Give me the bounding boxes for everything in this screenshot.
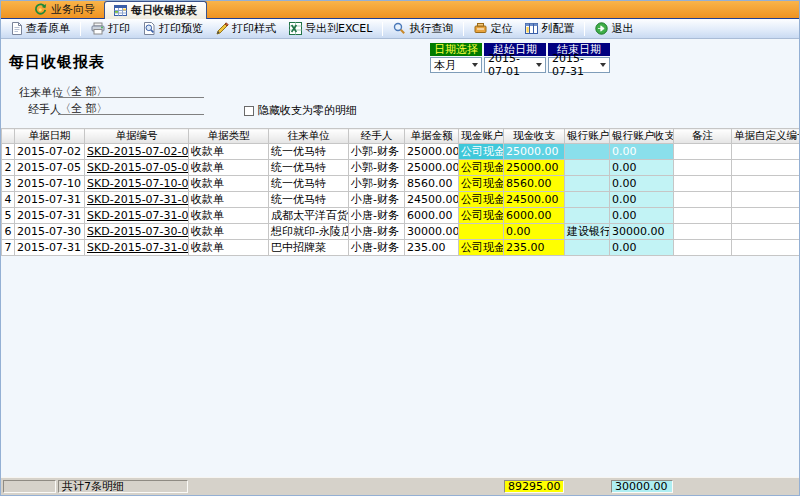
row-index: 1 (2, 144, 15, 160)
column-header[interactable]: 现金账户 (459, 129, 504, 144)
cell-bank-account (565, 176, 610, 192)
cell-amount: 30000.00 (405, 224, 459, 240)
hide-zero-checkbox-label: 隐藏收支为零的明细 (258, 103, 357, 118)
toolbar-button-label: 查看原单 (26, 21, 70, 36)
cell-doc-type: 收款单 (189, 144, 269, 160)
table-header-row: 单据日期单据编号单据类型往来单位经手人单据金额现金账户现金收支银行账户银行账户收… (2, 129, 800, 144)
cell-custom-no (732, 160, 800, 176)
date-mode-select[interactable]: 本月 (430, 57, 482, 73)
locate-button[interactable]: 定位 (468, 20, 518, 37)
cell-doc-type: 收款单 (189, 160, 269, 176)
cell-doc-no: SKD-2015-07-30-0002 (85, 224, 189, 240)
exit-button[interactable]: 退出 (589, 20, 639, 37)
column-header[interactable]: 经手人 (349, 129, 405, 144)
page-title: 每日收银报表 (9, 53, 105, 72)
date-filter-panel: 日期选择 本月 起始日期 2015-07-01 结束日期 2015-07-31 (430, 43, 610, 73)
tab-daily-cash-report[interactable]: 每日收银报表 (104, 1, 207, 19)
doc-no-link[interactable]: SKD-2015-07-31-0003 (87, 209, 189, 222)
content-area: 每日收银报表 日期选择 本月 起始日期 2015-07-01 结束日期 (1, 39, 799, 477)
toolbar-button-label: 执行查询 (409, 21, 453, 36)
corner-cell (2, 129, 15, 144)
cell-handler: 小唐-财务 (349, 208, 405, 224)
column-header[interactable]: 单据日期 (15, 129, 85, 144)
table-row[interactable]: 22015-07-05SKD-2015-07-05-0001收款单统一优马特小郭… (2, 160, 800, 176)
doc-no-link[interactable]: SKD-2015-07-31-0001 (87, 193, 189, 206)
wizard-icon (34, 3, 47, 16)
view-original-button[interactable]: 查看原单 (5, 20, 76, 37)
handler-filter-input[interactable]: 〈全 部〉 (58, 101, 204, 115)
column-config-icon (525, 22, 538, 35)
export-excel-icon (289, 22, 302, 35)
cell-custom-no (732, 208, 800, 224)
table-row[interactable]: 12015-07-02SKD-2015-07-02-0001收款单统一优马特小郭… (2, 144, 800, 160)
toolbar-separator (463, 22, 464, 36)
column-header[interactable]: 银行账户 (565, 129, 610, 144)
doc-no-link[interactable]: SKD-2015-07-30-0002 (87, 225, 189, 238)
cell-cash-account: 公司现金 (459, 192, 504, 208)
table-row[interactable]: 42015-07-31SKD-2015-07-31-0001收款单统一优马特小唐… (2, 192, 800, 208)
cell-doc-date: 2015-07-31 (15, 240, 85, 256)
cell-bank-amount: 0.00 (610, 192, 674, 208)
toolbar-button-label: 打印 (108, 21, 130, 36)
column-header[interactable]: 备注 (674, 129, 732, 144)
table-row[interactable]: 72015-07-31SKD-2015-07-31-0002收款单巴中招牌菜小唐… (2, 240, 800, 256)
cell-bank-amount: 0.00 (610, 160, 674, 176)
table-row[interactable]: 52015-07-31SKD-2015-07-31-0003收款单成都太平洋百货… (2, 208, 800, 224)
cell-cash-amount: 0.00 (504, 224, 565, 240)
column-header[interactable]: 银行账户收支 (610, 129, 674, 144)
hide-zero-checkbox[interactable] (244, 106, 254, 116)
print-preview-icon (143, 22, 156, 35)
column-header[interactable]: 单据金额 (405, 129, 459, 144)
doc-no-link[interactable]: SKD-2015-07-05-0001 (87, 161, 189, 174)
cell-bank-amount: 0.00 (610, 240, 674, 256)
doc-no-link[interactable]: SKD-2015-07-31-0002 (87, 241, 189, 254)
column-config-button[interactable]: 列配置 (519, 20, 580, 37)
row-index: 3 (2, 176, 15, 192)
print-style-button[interactable]: 打印样式 (210, 20, 282, 37)
export-excel-button[interactable]: 导出到EXCEL (283, 20, 378, 37)
cell-partner: 统一优马特 (269, 144, 349, 160)
cell-handler: 小郭-财务 (349, 144, 405, 160)
cell-custom-no (732, 224, 800, 240)
execute-query-button[interactable]: 执行查询 (387, 20, 459, 37)
table-row[interactable]: 62015-07-30SKD-2015-07-30-0002收款单想印就印-永陵… (2, 224, 800, 240)
bank-total: 30000.00 (611, 480, 673, 493)
print-preview-button[interactable]: 打印预览 (137, 20, 209, 37)
end-date-select[interactable]: 2015-07-31 (548, 57, 610, 73)
start-date-select[interactable]: 2015-07-01 (484, 57, 546, 73)
toolbar-button-label: 打印样式 (232, 21, 276, 36)
cell-partner: 成都太平洋百货 (269, 208, 349, 224)
cell-custom-no (732, 240, 800, 256)
print-button[interactable]: 打印 (85, 20, 136, 37)
column-header[interactable]: 往来单位 (269, 129, 349, 144)
cell-doc-type: 收款单 (189, 240, 269, 256)
toolbar-button-label: 导出到EXCEL (305, 21, 372, 36)
cell-remark (674, 208, 732, 224)
row-index: 2 (2, 160, 15, 176)
cell-custom-no (732, 144, 800, 160)
cash-total: 89295.00 (504, 480, 564, 493)
column-header[interactable]: 单据自定义编号 (732, 129, 800, 144)
tab-business-wizard[interactable]: 业务向导 (25, 1, 104, 18)
record-count: 共计7条明细 (58, 480, 188, 493)
cell-amount: 25000.00 (405, 160, 459, 176)
doc-no-link[interactable]: SKD-2015-07-10-0001 (87, 177, 189, 190)
partner-filter-input[interactable]: 〈全 部〉 (58, 84, 204, 98)
column-header[interactable]: 单据编号 (85, 129, 189, 144)
doc-no-link[interactable]: SKD-2015-07-02-0001 (87, 145, 189, 158)
cell-amount: 25000.00 (405, 144, 459, 160)
print-style-icon (216, 22, 229, 35)
row-index: 7 (2, 240, 15, 256)
cell-remark (674, 144, 732, 160)
search-icon (393, 22, 406, 35)
cell-cash-amount: 6000.00 (504, 208, 565, 224)
column-header[interactable]: 现金收支 (504, 129, 565, 144)
cell-partner: 统一优马特 (269, 176, 349, 192)
table-row[interactable]: 32015-07-10SKD-2015-07-10-0001收款单统一优马特小郭… (2, 176, 800, 192)
end-date-value: 2015-07-31 (552, 52, 597, 78)
cell-doc-type: 收款单 (189, 224, 269, 240)
cell-bank-amount: 0.00 (610, 144, 674, 160)
column-header[interactable]: 单据类型 (189, 129, 269, 144)
cell-doc-no: SKD-2015-07-02-0001 (85, 144, 189, 160)
cell-bank-amount: 0.00 (610, 208, 674, 224)
